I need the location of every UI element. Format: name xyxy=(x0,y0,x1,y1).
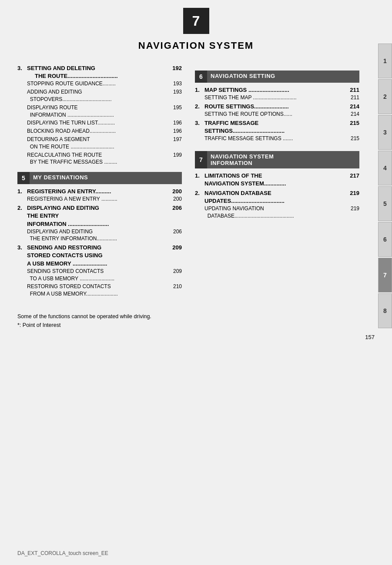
sub-entry-traffic-message-settings: TRAFFIC MESSAGE SETTINGS ....... 215 xyxy=(195,135,359,142)
toc-entry-map-settings: 1. MAP SETTINGS ........................… xyxy=(195,86,359,101)
entry-page-211: 211 xyxy=(348,86,359,94)
sidebar-tabs: 1 2 3 4 5 6 7 8 xyxy=(378,44,392,329)
entry-page-217: 217 xyxy=(348,172,359,188)
section-header-7: 7 NAVIGATION SYSTEMINFORMATION xyxy=(195,151,359,168)
sub-title-turn-list: DISPLAYING THE TURN LIST............ xyxy=(27,119,171,127)
sub-title-detouring: DETOURING A SEGMENT ON THE ROUTE .......… xyxy=(27,136,171,151)
page-title: NAVIGATION SYSTEM xyxy=(138,40,254,51)
sub-page-recalculating: 199 xyxy=(171,151,182,166)
sub-title-sending-usb: SENDING STORED CONTACTS TO A USB MEMORY … xyxy=(27,268,171,282)
sub-title-recalculating: RECALCULATING THE ROUTE BY THE TRAFFIC M… xyxy=(27,151,171,166)
main-entry-sending-restoring: 3. SENDING AND RESTORING STORED CONTACTS… xyxy=(17,244,182,268)
section-title-6: NAVIGATION SETTING xyxy=(207,71,279,83)
section-title-7: NAVIGATION SYSTEMINFORMATION xyxy=(207,151,277,168)
sub-page-restoring-usb: 210 xyxy=(171,283,182,298)
entry-page-215: 215 xyxy=(348,119,359,135)
sub-page-adding: 193 xyxy=(171,88,182,103)
footer-note-2: *: Point of Interest xyxy=(17,321,375,330)
entry-num-3: 3. xyxy=(17,64,27,80)
main-entry-registering: 1. REGISTERING AN ENTRY.......... 200 xyxy=(17,188,182,195)
sub-page-blocking: 196 xyxy=(171,128,182,135)
sidebar-tab-8[interactable]: 8 xyxy=(378,293,392,328)
section-header-5: 5 MY DESTINATIONS xyxy=(17,172,182,184)
entry-num-traffic: 3. xyxy=(195,119,204,135)
entry-title-registering: REGISTERING AN ENTRY.......... xyxy=(27,188,171,195)
section-header-6: 6 NAVIGATION SETTING xyxy=(195,71,359,83)
toc-entry-route-settings: 2. ROUTE SETTINGS...................... … xyxy=(195,103,359,118)
sub-title-displaying-route: DISPLAYING ROUTE INFORMATION ...........… xyxy=(27,104,171,119)
sidebar-tab-6[interactable]: 6 xyxy=(378,222,392,257)
sub-entry-displaying-route: DISPLAYING ROUTE INFORMATION ...........… xyxy=(17,104,182,119)
sidebar-tab-7[interactable]: 7 xyxy=(378,258,392,293)
entry-page-200: 200 xyxy=(171,188,182,195)
entry-title-displaying-editing: DISPLAYING AND EDITING THE ENTRYINFORMAT… xyxy=(27,204,171,228)
main-entry-displaying-editing: 2. DISPLAYING AND EDITING THE ENTRYINFOR… xyxy=(17,204,182,228)
sub-title-adding: ADDING AND EDITING STOPOVERS............… xyxy=(27,88,171,103)
section-num-7: 7 xyxy=(195,151,207,168)
entry-page-206: 206 xyxy=(171,204,182,228)
entry-title-traffic-message: TRAFFIC MESSAGE SETTINGS................… xyxy=(204,119,348,135)
section-title-5: MY DESTINATIONS xyxy=(30,172,91,184)
sub-entry-setting-map: SETTING THE MAP ........................… xyxy=(195,94,359,101)
entry-page-209: 209 xyxy=(171,244,182,268)
sub-entry-restoring-usb: RESTORING STORED CONTACTS FROM A USB MEM… xyxy=(17,283,182,298)
entry-title-sending-restoring: SENDING AND RESTORING STORED CONTACTS US… xyxy=(27,244,171,268)
entry-title-route-settings: ROUTE SETTINGS...................... xyxy=(204,103,348,111)
sidebar-tab-3[interactable]: 3 xyxy=(378,115,392,150)
sub-page-detouring: 197 xyxy=(171,136,182,151)
sub-page-displaying-route: 195 xyxy=(171,104,182,119)
sub-title-registering-new: REGISTERING A NEW ENTRY ........... xyxy=(27,195,171,203)
sub-page-sending-usb: 209 xyxy=(171,268,182,282)
sub-entry-blocking: BLOCKING ROAD AHEAD.................. 19… xyxy=(17,128,182,135)
entry-num-map: 1. xyxy=(195,86,204,94)
toc-entry-nav-database: 2. NAVIGATION DATABASE UPDATES..........… xyxy=(195,189,359,220)
sub-page-traffic-215: 215 xyxy=(349,135,359,142)
sub-entry-recalculating: RECALCULATING THE ROUTE BY THE TRAFFIC M… xyxy=(17,151,182,166)
sub-page-stopping: 193 xyxy=(171,80,182,87)
toc-entry-displaying-editing: 2. DISPLAYING AND EDITING THE ENTRYINFOR… xyxy=(17,204,182,242)
sub-page-route-options: 214 xyxy=(349,111,359,118)
sidebar-tab-4[interactable]: 4 xyxy=(378,151,392,185)
entry-title-nav-database: NAVIGATION DATABASE UPDATES.............… xyxy=(204,189,348,205)
sub-entry-stopping: STOPPING ROUTE GUIDANCE......... 193 xyxy=(17,80,182,87)
sidebar-tab-1[interactable]: 1 xyxy=(378,44,392,78)
sub-title-traffic-message-settings: TRAFFIC MESSAGE SETTINGS ....... xyxy=(204,135,349,142)
toc-entry-setting-deleting: 3. SETTING AND DELETING THE ROUTE.......… xyxy=(17,64,182,166)
toc-entry-sending-restoring: 3. SENDING AND RESTORING STORED CONTACTS… xyxy=(17,244,182,298)
entry-title-map-settings: MAP SETTINGS .......................... xyxy=(204,86,348,94)
sub-entry-route-options: SETTING THE ROUTE OPTIONS...... 214 xyxy=(195,111,359,118)
sub-title-stopping: STOPPING ROUTE GUIDANCE......... xyxy=(27,80,171,87)
main-entry-limitations: 1. LIMITATIONS OF THE NAVIGATION SYSTEM.… xyxy=(195,172,359,188)
footer-notes: Some of the functions cannot be operated… xyxy=(0,303,392,330)
entry-title-setting-deleting: SETTING AND DELETING THE ROUTE..........… xyxy=(27,64,171,80)
entry-page-214: 214 xyxy=(348,103,359,111)
footer-note-1: Some of the functions cannot be operated… xyxy=(17,312,375,321)
main-content: 3. SETTING AND DELETING THE ROUTE.......… xyxy=(0,60,377,303)
sub-page-updating-nav: 219 xyxy=(349,205,359,220)
sub-entry-turn-list: DISPLAYING THE TURN LIST............ 196 xyxy=(17,119,182,127)
entry-num-send: 3. xyxy=(17,244,27,268)
main-entry-traffic-message: 3. TRAFFIC MESSAGE SETTINGS.............… xyxy=(195,119,359,135)
main-entry-setting-deleting: 3. SETTING AND DELETING THE ROUTE.......… xyxy=(17,64,182,80)
sub-title-restoring-usb: RESTORING STORED CONTACTS FROM A USB MEM… xyxy=(27,283,171,298)
entry-num-reg: 1. xyxy=(17,188,27,195)
sub-entry-displaying-editing-info: DISPLAYING AND EDITING THE ENTRY INFORMA… xyxy=(17,228,182,243)
sub-title-setting-map: SETTING THE MAP ........................… xyxy=(204,94,349,101)
sub-title-updating-nav: UPDATING NAVIGATION DATABASE............… xyxy=(204,205,349,220)
entry-num-route: 2. xyxy=(195,103,204,111)
entry-num-lim: 1. xyxy=(195,172,204,188)
sub-entry-adding: ADDING AND EDITING STOPOVERS............… xyxy=(17,88,182,103)
section-num-6: 6 xyxy=(195,71,207,83)
sidebar-tab-5[interactable]: 5 xyxy=(378,186,392,221)
sidebar-tab-2[interactable]: 2 xyxy=(378,79,392,114)
sub-title-displaying-editing-info: DISPLAYING AND EDITING THE ENTRY INFORMA… xyxy=(27,228,171,243)
entry-num-nav-db: 2. xyxy=(195,189,204,205)
entry-page-219: 219 xyxy=(348,189,359,205)
sub-title-blocking: BLOCKING ROAD AHEAD.................. xyxy=(27,128,171,135)
right-column: 6 NAVIGATION SETTING 1. MAP SETTINGS ...… xyxy=(195,64,359,299)
main-entry-map-settings: 1. MAP SETTINGS ........................… xyxy=(195,86,359,94)
left-column: 3. SETTING AND DELETING THE ROUTE.......… xyxy=(17,64,182,299)
sub-entry-registering-new: REGISTERING A NEW ENTRY ........... 200 xyxy=(17,195,182,203)
sub-entry-detouring: DETOURING A SEGMENT ON THE ROUTE .......… xyxy=(17,136,182,151)
page-header: 7 NAVIGATION SYSTEM xyxy=(0,0,392,60)
